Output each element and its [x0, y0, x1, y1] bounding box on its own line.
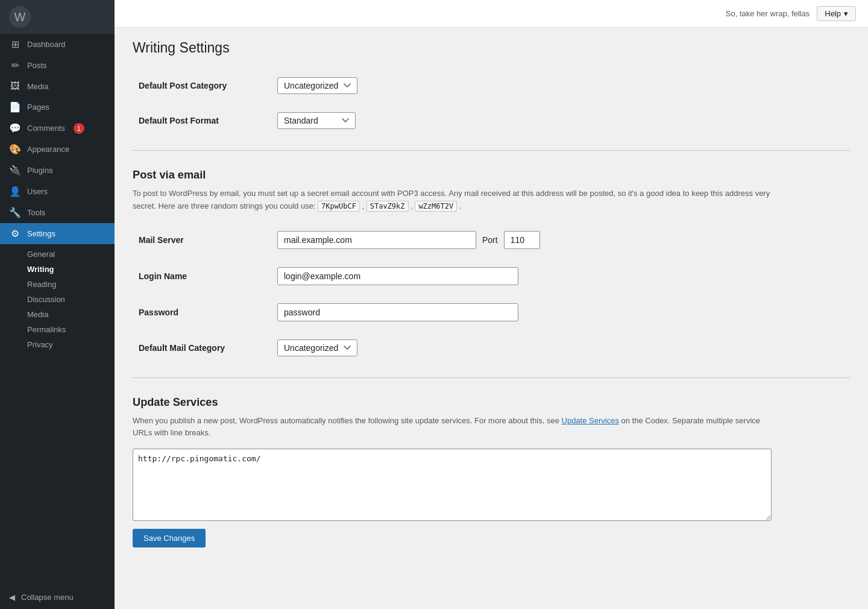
- submenu-item-writing[interactable]: Writing: [0, 262, 115, 277]
- help-chevron-icon: ▾: [844, 9, 848, 18]
- collapse-label: Collapse menu: [21, 593, 74, 602]
- sidebar-item-pages[interactable]: 📄 Pages: [0, 96, 115, 118]
- media-icon: 🖼: [9, 81, 21, 92]
- update-services-text-1: When you publish a new post, WordPress a…: [133, 416, 559, 425]
- post-via-email-title: Post via email: [133, 163, 850, 181]
- password-row: Password: [133, 294, 850, 330]
- login-name-input[interactable]: [277, 267, 518, 285]
- plugins-icon: 🔌: [9, 165, 21, 176]
- default-mail-category-select[interactable]: Uncategorized: [277, 339, 357, 356]
- comments-badge: 1: [74, 123, 84, 134]
- dashboard-icon: ⊞: [9, 39, 21, 50]
- submenu-item-media[interactable]: Media: [0, 307, 115, 322]
- help-button[interactable]: Help ▾: [817, 6, 856, 21]
- posts-icon: ✏: [9, 60, 21, 71]
- email-settings-table: Mail Server Port Login Name: [133, 222, 850, 365]
- password-input[interactable]: [277, 303, 518, 321]
- sidebar-item-media[interactable]: 🖼 Media: [0, 76, 115, 96]
- collapse-menu-button[interactable]: ◀ Collapse menu: [0, 585, 115, 609]
- help-label: Help: [825, 9, 841, 18]
- default-mail-category-row: Default Mail Category Uncategorized: [133, 330, 850, 365]
- wp-logo-icon: W: [9, 6, 31, 28]
- sidebar-item-label: Appearance: [27, 145, 69, 154]
- sidebar-item-label: Users: [27, 187, 48, 196]
- submenu-item-permalinks[interactable]: Permalinks: [0, 322, 115, 337]
- password-label: Password: [139, 308, 178, 317]
- sidebar-item-label: Settings: [27, 229, 55, 238]
- random-string-3: wZzM6T2V: [415, 201, 457, 212]
- default-post-format-row: Default Post Format StandardAsideChatGal…: [133, 103, 850, 138]
- sidebar-item-label: Tools: [27, 208, 45, 217]
- appearance-icon: 🎨: [9, 144, 21, 155]
- topbar: So, take her wrap, fellas Help ▾: [115, 0, 868, 28]
- sidebar-item-tools[interactable]: 🔧 Tools: [0, 202, 115, 223]
- sidebar-item-appearance[interactable]: 🎨 Appearance: [0, 139, 115, 160]
- login-name-row: Login Name: [133, 258, 850, 294]
- submenu-item-general[interactable]: General: [0, 247, 115, 262]
- default-post-category-row: Default Post Category Uncategorized: [133, 68, 850, 103]
- content-area: Writing Settings Default Post Category U…: [115, 28, 868, 609]
- default-post-format-label: Default Post Format: [139, 116, 219, 125]
- update-services-description: When you publish a new post, WordPress a…: [133, 415, 772, 440]
- default-post-format-select[interactable]: StandardAsideChatGalleryImageLinkQuoteSt…: [277, 112, 356, 129]
- sidebar-item-label: Posts: [27, 61, 47, 70]
- random-string-1: 7KpwUbCF: [318, 201, 360, 212]
- default-mail-category-label: Default Mail Category: [139, 343, 225, 353]
- sidebar-item-users[interactable]: 👤 Users: [0, 181, 115, 202]
- sidebar-item-label: Comments: [27, 124, 65, 133]
- mail-server-input[interactable]: [277, 231, 476, 249]
- update-services-textarea[interactable]: http://rpc.pingomatic.com/: [133, 449, 772, 521]
- mail-server-input-group: Port: [277, 231, 844, 249]
- section-divider-1: [133, 150, 850, 151]
- default-post-category-select[interactable]: Uncategorized: [277, 77, 357, 94]
- sidebar-item-comments[interactable]: 💬 Comments 1: [0, 118, 115, 139]
- submenu-item-reading[interactable]: Reading: [0, 277, 115, 292]
- settings-icon: ⚙: [9, 228, 21, 239]
- login-name-label: Login Name: [139, 271, 187, 281]
- save-changes-button[interactable]: Save Changes: [133, 529, 206, 547]
- submenu-item-discussion[interactable]: Discussion: [0, 292, 115, 307]
- comments-icon: 💬: [9, 122, 21, 134]
- collapse-icon: ◀: [9, 593, 15, 602]
- update-services-link[interactable]: Update Services: [562, 416, 619, 425]
- update-services-title: Update Services: [133, 390, 850, 409]
- sidebar-item-settings[interactable]: ⚙ Settings: [0, 223, 115, 244]
- sidebar-item-label: Plugins: [27, 166, 53, 175]
- sidebar-item-label: Media: [27, 82, 48, 91]
- users-icon: 👤: [9, 186, 21, 197]
- site-name: So, take her wrap, fellas: [726, 9, 810, 18]
- basic-settings-table: Default Post Category Uncategorized Defa…: [133, 68, 850, 138]
- mail-server-label: Mail Server: [139, 235, 184, 245]
- sidebar-item-label: Pages: [27, 103, 49, 112]
- sidebar-item-dashboard[interactable]: ⊞ Dashboard: [0, 34, 115, 55]
- sidebar-wp-logo[interactable]: W: [0, 0, 115, 34]
- random-string-2: STavZ9kZ: [366, 201, 409, 212]
- tools-icon: 🔧: [9, 207, 21, 218]
- page-title: Writing Settings: [133, 40, 850, 56]
- post-via-email-description: To post to WordPress by email, you must …: [133, 188, 772, 213]
- port-input[interactable]: [504, 231, 540, 249]
- sidebar-item-label: Dashboard: [27, 40, 66, 49]
- mail-server-row: Mail Server Port: [133, 222, 850, 258]
- sidebar-item-posts[interactable]: ✏ Posts: [0, 55, 115, 76]
- submenu-item-privacy[interactable]: Privacy: [0, 337, 115, 352]
- sidebar: W ⊞ Dashboard ✏ Posts 🖼 Media 📄 Pages 💬 …: [0, 0, 115, 609]
- settings-submenu: General Writing Reading Discussion Media…: [0, 244, 115, 355]
- main-area: So, take her wrap, fellas Help ▾ Writing…: [115, 0, 868, 609]
- sidebar-item-plugins[interactable]: 🔌 Plugins: [0, 160, 115, 181]
- default-post-category-label: Default Post Category: [139, 81, 227, 90]
- port-label: Port: [482, 235, 498, 245]
- section-divider-2: [133, 377, 850, 378]
- pages-icon: 📄: [9, 101, 21, 113]
